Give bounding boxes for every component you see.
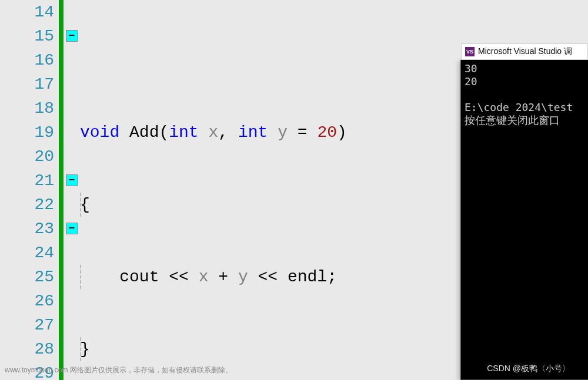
visual-studio-icon: VS: [465, 47, 475, 56]
line-number: 25: [0, 265, 54, 289]
operator: =: [298, 123, 308, 142]
line-number: 24: [0, 241, 54, 265]
brace: }: [80, 340, 90, 358]
keyword: void: [80, 123, 119, 142]
identifier: endl: [288, 268, 327, 286]
output-line: 30: [465, 62, 477, 75]
number: 20: [317, 123, 337, 142]
identifier: x: [199, 268, 209, 286]
line-number-gutter: 14 15 16 17 18 19 20 21 22 23 24 25 26 2…: [0, 0, 59, 380]
line-number: 22: [0, 193, 54, 217]
operator: <<: [169, 268, 189, 286]
line-number: 21: [0, 169, 54, 193]
operator: +: [218, 268, 228, 286]
watermark-left: www.toymoban.com 网络图片仅供展示，非存储，如有侵权请联系删除。: [5, 365, 232, 375]
semicolon: ;: [327, 268, 337, 286]
fold-toggle-icon[interactable]: −: [66, 223, 78, 234]
console-window[interactable]: VS Microsoft Visual Studio 调 30 20 E:\co…: [460, 60, 588, 380]
line-number: 14: [0, 0, 54, 24]
fold-toggle-icon[interactable]: −: [66, 174, 78, 186]
line-number: 27: [0, 313, 54, 337]
type: int: [238, 123, 268, 142]
line-number: 28: [0, 337, 54, 361]
fold-column: − − −: [64, 0, 80, 380]
console-title-text: Microsoft Visual Studio 调: [478, 46, 572, 57]
param: y: [278, 123, 288, 142]
line-number: 20: [0, 144, 54, 169]
output-line: 按任意键关闭此窗口: [465, 114, 560, 126]
line-number: 17: [0, 72, 54, 96]
operator: <<: [258, 268, 278, 286]
function-name: Add: [129, 123, 159, 142]
watermark-right: CSDN @板鸭〈小号〉: [487, 364, 570, 374]
output-line: E:\code 2024\test: [465, 101, 573, 113]
line-number: 26: [0, 289, 54, 313]
type: int: [169, 123, 198, 142]
param: x: [209, 123, 219, 142]
line-number: 19: [0, 120, 54, 144]
console-titlebar[interactable]: VS Microsoft Visual Studio 调: [461, 43, 588, 60]
identifier: cout: [119, 268, 159, 286]
fold-toggle-icon[interactable]: −: [66, 30, 78, 42]
line-number: 15: [0, 24, 54, 48]
line-number: 16: [0, 48, 54, 72]
output-line: 20: [465, 75, 477, 88]
change-indicator-bar: [59, 0, 64, 380]
brace: {: [80, 196, 90, 214]
line-number: 23: [0, 217, 54, 241]
console-output: 30 20 E:\code 2024\test 按任意键关闭此窗口: [461, 60, 588, 129]
identifier: y: [238, 268, 248, 286]
line-number: 18: [0, 96, 54, 120]
